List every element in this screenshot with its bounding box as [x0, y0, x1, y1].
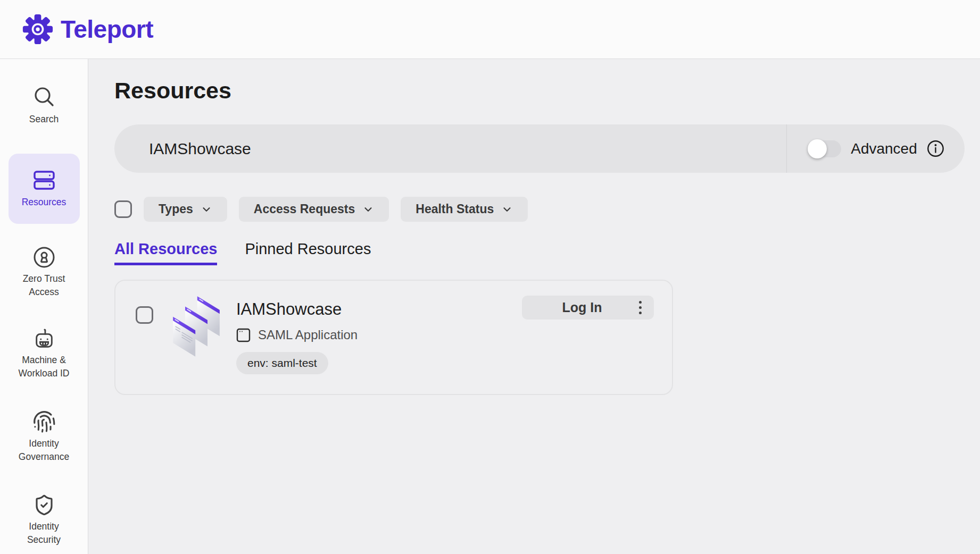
search-input[interactable] [114, 124, 786, 173]
health-status-dropdown[interactable]: Health Status [401, 197, 528, 222]
login-button[interactable]: Log In [522, 300, 626, 315]
types-dropdown[interactable]: Types [144, 197, 227, 222]
sidebar-item-label: Resources [13, 196, 76, 209]
resource-name: IAMShowcase [236, 300, 358, 319]
sidebar-item-machine-workload-id[interactable]: Machine & Workload ID [4, 328, 84, 380]
main-content: Resources Advanced Types Access R [89, 59, 980, 554]
sidebar-item-zero-trust-access[interactable]: Zero Trust Access [4, 246, 84, 299]
resource-label-badge[interactable]: env: saml-test [236, 352, 328, 374]
logo-wordmark: Teleport [61, 15, 153, 44]
tab-all-resources[interactable]: All Resources [114, 240, 217, 265]
sidebar-item-label: Identity Security [13, 520, 76, 547]
kebab-menu-icon[interactable] [626, 296, 654, 320]
robot-icon [33, 328, 55, 350]
tab-pinned-resources[interactable]: Pinned Resources [245, 240, 371, 265]
top-bar: Teleport [0, 0, 980, 59]
fingerprint-icon [32, 410, 56, 433]
resource-actions: Log In [522, 296, 654, 394]
sidebar-item-label: Identity Governance [13, 437, 76, 464]
sidebar-item-resources[interactable]: Resources [9, 154, 80, 224]
sidebar-nav: Search Resources Zero Trust Access [0, 59, 88, 554]
advanced-label: Advanced [851, 140, 917, 157]
resource-search-bar: Advanced [114, 124, 965, 173]
advanced-toggle[interactable] [807, 140, 841, 157]
login-button-group: Log In [522, 296, 654, 320]
toggle-knob [808, 139, 827, 158]
sidebar-item-label: Zero Trust Access [13, 272, 76, 299]
keyhole-circle-icon [33, 246, 55, 268]
chevron-down-icon [201, 204, 212, 215]
search-icon [32, 85, 56, 109]
types-dropdown-label: Types [159, 202, 193, 216]
access-requests-dropdown[interactable]: Access Requests [239, 197, 389, 222]
chevron-down-icon [362, 204, 374, 215]
select-all-checkbox[interactable] [114, 200, 132, 218]
sidebar-item-label: Search [13, 113, 76, 126]
resource-card: IAMShowcase SAML Application env: saml-t… [114, 280, 673, 395]
page-title: Resources [114, 75, 980, 106]
resource-checkbox[interactable] [136, 306, 153, 324]
gear-logo-icon [22, 14, 53, 45]
shield-check-icon [33, 494, 55, 516]
saml-app-icon [165, 292, 228, 394]
chevron-down-icon [501, 204, 513, 215]
sidebar-item-identity-governance[interactable]: Identity Governance [4, 410, 84, 464]
sidebar-item-identity-security[interactable]: Identity Security [4, 494, 84, 547]
sidebar-item-label: Machine & Workload ID [13, 354, 76, 380]
teleport-logo[interactable]: Teleport [22, 14, 153, 45]
resource-kind: SAML Application [258, 328, 358, 342]
sidebar-item-search[interactable]: Search [4, 85, 84, 126]
application-window-icon [236, 328, 251, 342]
server-stack-icon [33, 169, 55, 191]
advanced-search-section: Advanced [786, 124, 965, 173]
access-requests-dropdown-label: Access Requests [254, 202, 355, 216]
resource-tabs: All Resources Pinned Resources [114, 240, 980, 265]
health-status-dropdown-label: Health Status [416, 202, 494, 216]
filter-row: Types Access Requests Health Status [114, 197, 980, 222]
resource-kind-row: SAML Application [236, 328, 358, 342]
resource-details: IAMShowcase SAML Application env: saml-t… [236, 281, 358, 394]
info-icon[interactable] [927, 140, 944, 157]
